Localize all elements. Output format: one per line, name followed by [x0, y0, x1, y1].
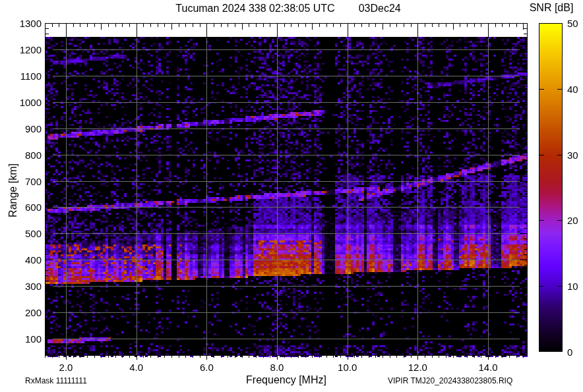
y-tick-label: 600: [2, 202, 42, 213]
x-tick-label: 2.0: [59, 362, 73, 373]
plot-title-row: Tucuman 2024 338 02:38:05 UTC 03Dec24: [175, 3, 400, 14]
ionogram-page: Tucuman 2024 338 02:38:05 UTC 03Dec24 SN…: [0, 0, 583, 392]
y-tick-label: 900: [2, 123, 42, 134]
x-tick-label: 8.0: [270, 362, 284, 373]
x-tick-label: 12.0: [408, 362, 427, 373]
x-axis-label: Frequency [MHz]: [246, 374, 326, 386]
y-axis-label: Range [km]: [7, 154, 19, 227]
x-tick-label: 14.0: [478, 362, 497, 373]
y-tick-label: 1300: [2, 18, 42, 29]
rxmask-text: RxMask 11111111: [25, 376, 87, 385]
colorbar-title: SNR [dB]: [530, 2, 574, 14]
y-tick-label: 1100: [2, 70, 42, 81]
y-tick-label: 1200: [2, 43, 42, 55]
colorbar-tick-label: 40: [567, 83, 578, 94]
y-tick-label: 700: [2, 175, 42, 186]
x-tick-label: 4.0: [129, 362, 143, 373]
y-tick-label: 100: [2, 333, 42, 345]
x-tick-label: 6.0: [200, 362, 214, 373]
y-tick-label: 500: [2, 228, 42, 239]
ionogram-plot-canvas: [0, 0, 583, 392]
y-tick-label: 1000: [2, 96, 42, 107]
colorbar-tick-label: 50: [567, 18, 578, 29]
y-tick-label: 800: [2, 149, 42, 160]
y-tick-label: 200: [2, 307, 42, 318]
x-tick-label: 10.0: [338, 362, 357, 373]
plot-date: 03Dec24: [359, 3, 401, 14]
colorbar-tick-label: 20: [567, 215, 578, 226]
colorbar-tick-label: 30: [567, 149, 578, 160]
datafile-text: VIPIR TMJ20_2024338023805.RIQ: [388, 376, 512, 385]
y-tick-label: 300: [2, 281, 42, 292]
colorbar-tick-label: 0: [567, 347, 572, 358]
plot-title: Tucuman 2024 338 02:38:05 UTC: [175, 3, 334, 14]
colorbar-tick-label: 10: [567, 281, 578, 292]
y-tick-label: 400: [2, 254, 42, 266]
